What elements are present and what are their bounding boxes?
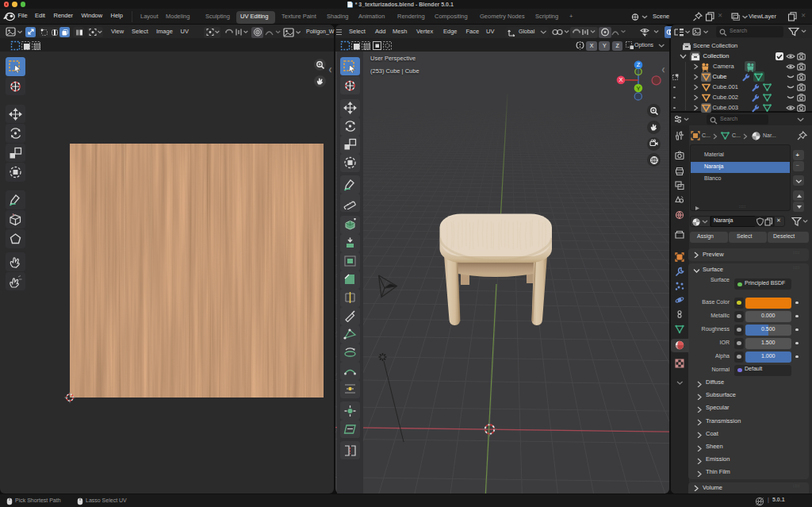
svg-text:Z: Z [637, 61, 641, 68]
svg-text:Y: Y [636, 85, 640, 92]
svg-text:X: X [619, 76, 622, 83]
